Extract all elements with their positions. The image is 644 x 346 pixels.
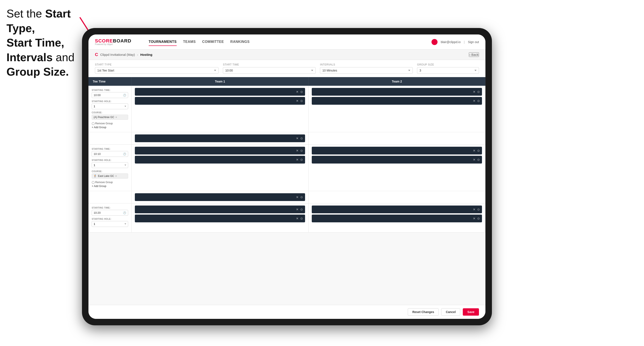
course-remove-2[interactable]: ×: [115, 174, 117, 178]
remove-group-btn-2[interactable]: Remove Group: [92, 181, 128, 184]
player-edit-icon[interactable]: ⊙: [477, 99, 480, 103]
player-remove-icon[interactable]: ✕: [296, 195, 298, 199]
player-remove-icon[interactable]: ✕: [296, 137, 298, 140]
player-edit-icon[interactable]: ⊙: [300, 208, 303, 211]
player-remove-icon[interactable]: ✕: [296, 208, 298, 211]
group-2-actions: Remove Group Add Group: [92, 181, 128, 188]
nav-tournaments[interactable]: TOURNAMENTS: [149, 38, 177, 46]
player-remove-icon[interactable]: ✕: [296, 149, 298, 152]
player-edit-icon[interactable]: ⊙: [477, 149, 480, 152]
player-edit-icon[interactable]: ⊙: [477, 217, 480, 220]
starting-time-input-3[interactable]: 10:20 🕐: [92, 210, 128, 216]
player-edit-icon[interactable]: ⊙: [300, 137, 303, 140]
nav-committee[interactable]: COMMITTEE: [202, 38, 224, 46]
starting-hole-label-1: STARTING HOLE:: [92, 100, 128, 103]
player-row-2-2: ✕ ⊙: [135, 156, 305, 164]
group-2-team2: ✕ ⊙ ✕ ⊙: [308, 145, 486, 191]
group-3-team1: ✕ ⊙ ✕ ⊙: [132, 203, 308, 232]
player-edit-icon[interactable]: ⊙: [300, 149, 303, 152]
starting-hole-select-2[interactable]: 1: [92, 162, 128, 168]
starting-hole-label-2: STARTING HOLE:: [92, 159, 128, 161]
course-label-1: COURSE:: [92, 111, 128, 114]
back-button[interactable]: Back: [469, 52, 479, 57]
main-content: STARTING TIME: 10:00 🕐 STARTING HOLE: 1: [88, 86, 486, 305]
group-1-team2: ✕ ⊙ ✕ ⊙: [308, 86, 486, 132]
player-remove-icon[interactable]: ✕: [296, 217, 298, 220]
add-group-btn-2[interactable]: Add Group: [92, 185, 128, 188]
player-row-3-1: ✕ ⊙: [135, 205, 305, 213]
start-type-select[interactable]: 1st Tee Start: [95, 67, 218, 74]
nav-links: TOURNAMENTS TEAMS COMMITTEE RANKINGS: [149, 38, 432, 46]
player-edit-icon[interactable]: ⊙: [300, 195, 303, 199]
reset-button[interactable]: Reset Changes: [408, 308, 438, 316]
table-header: Tee Time Team 1 Team 2: [88, 77, 486, 86]
nav-teams[interactable]: TEAMS: [183, 38, 196, 46]
start-type-label: Start Type: [95, 63, 218, 66]
player-remove-icon[interactable]: ✕: [473, 158, 476, 161]
intervals-field: Intervals 10 Minutes: [320, 63, 413, 74]
group-2-team2-extra: [308, 191, 486, 203]
player-edit-icon[interactable]: ⊙: [300, 99, 303, 103]
intervals-label: Intervals: [320, 63, 413, 66]
course-name-2: East Lake GC: [98, 174, 114, 177]
breadcrumb-tournament: Clippd Invitational (May): [100, 53, 135, 56]
player-remove-icon[interactable]: ✕: [296, 158, 298, 161]
group-1-team1: ✕ ⊙ ✕ ⊙: [132, 86, 308, 132]
player-row-2-1: ✕ ⊙: [135, 147, 305, 155]
start-time-select[interactable]: 10:00: [223, 67, 316, 74]
player-remove-icon[interactable]: ✕: [473, 149, 476, 152]
starting-time-input-2[interactable]: 10:10 🕐: [92, 151, 128, 157]
player-row-3-3: ✕ ⊙: [312, 205, 482, 213]
sign-out-link[interactable]: Sign out: [468, 40, 479, 44]
group-2-team1: ✕ ⊙ ✕ ⊙: [132, 145, 308, 191]
starting-hole-select-1[interactable]: 1: [92, 103, 128, 109]
player-remove-icon[interactable]: ✕: [296, 90, 298, 94]
player-row-2-3: ✕ ⊙: [312, 147, 482, 155]
player-row-2-5: ✕ ⊙: [135, 193, 305, 201]
starting-time-input-1[interactable]: 10:00 🕐: [92, 92, 128, 98]
add-group-btn-1[interactable]: Add Group: [92, 126, 128, 129]
intervals-select[interactable]: 10 Minutes: [320, 67, 413, 74]
remove-group-btn-1[interactable]: Remove Group: [92, 122, 128, 125]
group-row-1: STARTING TIME: 10:00 🕐 STARTING HOLE: 1: [88, 86, 486, 145]
player-edit-icon[interactable]: ⊙: [300, 90, 303, 94]
group-size-select[interactable]: 3: [417, 67, 479, 74]
start-time-field: Start Time 10:00: [223, 63, 316, 74]
group-2-team1-extra: ✕ ⊙: [132, 191, 308, 203]
player-remove-icon[interactable]: ✕: [473, 90, 476, 94]
player-remove-icon[interactable]: ✕: [296, 99, 298, 103]
starting-time-label-2: STARTING TIME:: [92, 148, 128, 150]
player-edit-icon[interactable]: ⊙: [477, 90, 480, 94]
player-remove-icon[interactable]: ✕: [473, 99, 476, 103]
player-edit-icon[interactable]: ⊙: [477, 158, 480, 161]
group-1-config: STARTING TIME: 10:00 🕐 STARTING HOLE: 1: [88, 86, 132, 132]
player-edit-icon[interactable]: ⊙: [300, 217, 303, 220]
group-2-config: STARTING TIME: 10:10 🕐 STARTING HOLE: 1: [88, 145, 132, 191]
col-team1: Team 1: [132, 77, 308, 86]
group-1-team1-extra: ✕ ⊙: [132, 132, 308, 144]
player-edit-icon[interactable]: ⊙: [300, 158, 303, 161]
player-remove-icon[interactable]: ✕: [473, 208, 476, 211]
nav-rankings[interactable]: RANKINGS: [230, 38, 250, 46]
breadcrumb-section: Hosting: [140, 53, 152, 56]
instruction-text: Set the Start Type, Start Time, Interval…: [6, 6, 88, 79]
group-1-team2-extra: [308, 132, 486, 144]
cancel-button[interactable]: Cancel: [441, 308, 460, 316]
group-row-3: STARTING TIME: 10:20 🕐 STARTING HOLE: 1: [88, 203, 486, 232]
course-tag-1: (A) Peachtree GC ×: [92, 115, 128, 120]
group-3-team2: ✕ ⊙ ✕ ⊙: [308, 203, 486, 232]
course-label-2: COURSE:: [92, 170, 128, 173]
player-remove-icon[interactable]: ✕: [473, 217, 476, 220]
group-1-actions: Remove Group Add Group: [92, 122, 128, 129]
tablet-screen: SCOREBOARD Powered by clippd TOURNAMENTS…: [88, 34, 486, 319]
course-icon-2: 🏌: [94, 174, 97, 177]
player-edit-icon[interactable]: ⊙: [477, 208, 480, 211]
player-row-3-2: ✕ ⊙: [135, 215, 305, 222]
course-tag-2: 🏌 East Lake GC ×: [92, 173, 128, 178]
col-team2: Team 2: [308, 77, 486, 86]
save-button[interactable]: Save: [463, 308, 479, 316]
course-remove-1[interactable]: ×: [115, 116, 117, 119]
starting-hole-select-3[interactable]: 1: [92, 221, 128, 227]
starting-time-label-1: STARTING TIME:: [92, 89, 128, 91]
player-row-1-1: ✕ ⊙: [135, 88, 305, 96]
